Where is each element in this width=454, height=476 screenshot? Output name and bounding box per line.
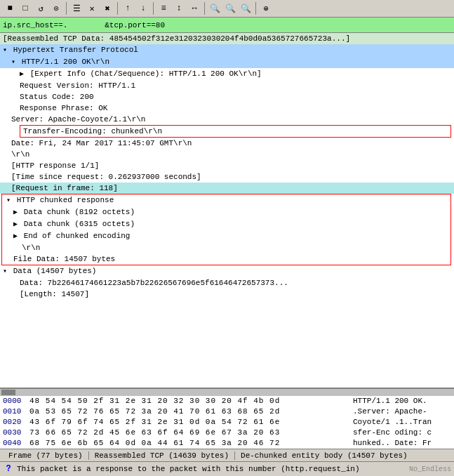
http-header-line[interactable]: ▾ HTTP/1.1 200 OK\r\n bbox=[0, 56, 454, 68]
server-text: Server: Apache-Coyote/1.1\r\n bbox=[11, 115, 145, 124]
data-length-line: [Length: 14507] bbox=[0, 289, 454, 300]
toolbar-btn-15[interactable]: 🔍 bbox=[239, 1, 253, 15]
transfer-encoding-text: Transfer-Encoding: chunked\r\n bbox=[23, 127, 162, 135]
chunked-toggle[interactable]: ▾ bbox=[6, 195, 11, 206]
hex-bytes-2: 43 6f 79 6f 74 65 2f 31 2e 31 0d 0a 54 7… bbox=[29, 417, 353, 428]
end-encoding-text: End of chunked encoding bbox=[24, 232, 131, 240]
request-version-text: Request Version: HTTP/1.1 bbox=[20, 81, 135, 90]
toolbar: ■ □ ↺ ⊙ ☰ ✕ ✖ ↑ ↓ ≡ ↕ ↔ 🔍 🔍 🔍 ⊕ bbox=[0, 0, 454, 18]
toolbar-btn-9[interactable]: ↓ bbox=[136, 1, 150, 15]
toolbar-sep-4 bbox=[204, 2, 205, 15]
time-since-line: [Time since request: 0.262937000 seconds… bbox=[0, 171, 454, 183]
data-length-text: [Length: 14507] bbox=[20, 290, 89, 298]
bottom-bar-text: This packet is a response to the packet … bbox=[17, 465, 359, 473]
toolbar-btn-8[interactable]: ↑ bbox=[121, 1, 135, 15]
hex-row-0000: 0000 48 54 54 50 2f 31 2e 31 20 32 30 30… bbox=[0, 396, 454, 406]
watermark: No_Endless bbox=[409, 465, 451, 473]
toolbar-sep-2 bbox=[117, 2, 118, 15]
protocol-label: Hypertext Transfer Protocol bbox=[13, 46, 138, 54]
chunked-section: ▾ HTTP chunked response ▶ Data chunk (81… bbox=[1, 194, 451, 265]
hex-row-0020: 0020 43 6f 79 6f 74 65 2f 31 2e 31 0d 0a… bbox=[0, 417, 454, 428]
crlf-line: \r\n bbox=[0, 149, 454, 160]
hex-row-0030: 0030 73 66 65 72 2d 45 6e 63 6f 64 69 6e… bbox=[0, 428, 454, 438]
status-frame: Frame (77 bytes) bbox=[3, 451, 89, 460]
filter-input[interactable] bbox=[3, 21, 451, 29]
toolbar-btn-2[interactable]: □ bbox=[18, 1, 32, 15]
status-code-line: Status Code: 200 bbox=[0, 91, 454, 103]
toolbar-btn-14[interactable]: 🔍 bbox=[223, 1, 237, 15]
hex-ascii-1: .Server: Apache- bbox=[353, 406, 451, 417]
status-dechunked: De-chunked entity body (14507 bytes) bbox=[235, 451, 413, 460]
hex-row-0010: 0010 0a 53 65 72 76 65 72 3a 20 41 70 61… bbox=[0, 406, 454, 417]
protocol-toggle[interactable]: ▾ bbox=[3, 45, 7, 56]
expert-info-line[interactable]: ▶ [Expert Info (Chat/Sequence): HTTP/1.1… bbox=[0, 68, 454, 80]
status-bar: Frame (77 bytes) Reassembled TCP (14639 … bbox=[0, 449, 454, 461]
crlf2-text: \r\n bbox=[22, 244, 40, 252]
request-in-frame-line[interactable]: [Request in frame: 118] bbox=[0, 183, 454, 194]
status-reassembled-text: Reassembled TCP (14639 bytes) bbox=[95, 451, 229, 460]
http-header-text: HTTP/1.1 200 OK\r\n bbox=[22, 58, 109, 66]
toolbar-sep-1 bbox=[66, 2, 67, 15]
crlf-text: \r\n bbox=[11, 150, 29, 159]
request-in-frame-text: [Request in frame: 118] bbox=[11, 184, 118, 192]
file-data-line: File Data: 14507 bytes bbox=[2, 253, 450, 265]
hex-ascii-3: sfer-Enc oding: c bbox=[353, 428, 451, 438]
status-frame-text: Frame (77 bytes) bbox=[8, 451, 83, 460]
toolbar-btn-7[interactable]: ✖ bbox=[100, 1, 114, 15]
hex-ascii-2: Coyote/1 .1..Tran bbox=[353, 417, 451, 428]
hex-offset-2: 0020 bbox=[3, 417, 29, 428]
toolbar-btn-13[interactable]: 🔍 bbox=[208, 1, 222, 15]
status-code-text: Status Code: 200 bbox=[20, 93, 94, 101]
data-toggle[interactable]: ▾ bbox=[3, 266, 7, 277]
data-value-line: Data: 7b22646174661223a5b7b22626567696e5… bbox=[0, 277, 454, 289]
date-text: Date: Fri, 24 Mar 2017 11:45:07 GMT\r\n bbox=[11, 139, 192, 147]
chunk2-text: Data chunk (6315 octets) bbox=[24, 220, 135, 228]
http-response-text: [HTTP response 1/1] bbox=[11, 161, 99, 170]
transfer-encoding-line: Transfer-Encoding: chunked\r\n bbox=[20, 125, 451, 138]
toolbar-btn-11[interactable]: ↕ bbox=[172, 1, 186, 15]
http-toggle[interactable]: ▾ bbox=[11, 57, 15, 68]
crlf2-line: \r\n bbox=[2, 242, 450, 253]
chunked-header-line[interactable]: ▾ HTTP chunked response bbox=[2, 194, 450, 206]
hex-offset-3: 0030 bbox=[3, 428, 29, 438]
status-reassembled: Reassembled TCP (14639 bytes) bbox=[89, 451, 235, 460]
toolbar-btn-16[interactable]: ⊕ bbox=[259, 1, 273, 15]
end-encoding-toggle[interactable]: ▶ bbox=[13, 231, 18, 242]
date-line: Date: Fri, 24 Mar 2017 11:45:07 GMT\r\n bbox=[0, 138, 454, 149]
toolbar-btn-1[interactable]: ■ bbox=[3, 1, 17, 15]
server-line: Server: Apache-Coyote/1.1\r\n bbox=[0, 114, 454, 125]
status-dechunked-text: De-chunked entity body (14507 bytes) bbox=[241, 451, 408, 460]
reassembled-tcp-line: [Reassembled TCP Data: 485454502f312e312… bbox=[0, 33, 454, 44]
expert-toggle[interactable]: ▶ bbox=[20, 69, 24, 80]
chunk1-line[interactable]: ▶ Data chunk (8192 octets) bbox=[2, 206, 450, 218]
toolbar-btn-6[interactable]: ✕ bbox=[85, 1, 99, 15]
hex-row-0040: 0040 68 75 6e 6b 65 64 0d 0a 44 61 74 65… bbox=[0, 438, 454, 449]
http-response-line: [HTTP response 1/1] bbox=[0, 160, 454, 171]
hex-bytes-1: 0a 53 65 72 76 65 72 3a 20 41 70 61 63 6… bbox=[29, 406, 353, 417]
time-since-text: [Time since request: 0.262937000 seconds… bbox=[11, 173, 201, 181]
chunk2-line[interactable]: ▶ Data chunk (6315 octets) bbox=[2, 218, 450, 230]
question-mark-icon: ? bbox=[6, 464, 11, 474]
hex-offset-4: 0040 bbox=[3, 438, 29, 449]
hex-ascii-4: hunked.. Date: Fr bbox=[353, 438, 451, 449]
hex-bytes-4: 68 75 6e 6b 65 64 0d 0a 44 61 74 65 3a 2… bbox=[29, 438, 353, 449]
protocol-header-line[interactable]: ▾ Hypertext Transfer Protocol bbox=[0, 44, 454, 56]
scrollbar-thumb[interactable] bbox=[1, 390, 15, 395]
toolbar-btn-5[interactable]: ☰ bbox=[69, 1, 84, 15]
chunk2-toggle[interactable]: ▶ bbox=[13, 219, 18, 230]
request-version-line: Request Version: HTTP/1.1 bbox=[0, 80, 454, 91]
horizontal-scrollbar[interactable] bbox=[0, 388, 454, 395]
toolbar-btn-12[interactable]: ↔ bbox=[187, 1, 201, 15]
data-header-line[interactable]: ▾ Data (14507 bytes) bbox=[0, 265, 454, 277]
reassembled-tcp-text: [Reassembled TCP Data: 485454502f312e312… bbox=[3, 34, 350, 43]
toolbar-btn-4[interactable]: ⊙ bbox=[49, 1, 63, 15]
end-encoding-line[interactable]: ▶ End of chunked encoding bbox=[2, 230, 450, 242]
chunk1-toggle[interactable]: ▶ bbox=[13, 207, 18, 218]
hex-offset-1: 0010 bbox=[3, 406, 29, 417]
chunked-header-text: HTTP chunked response bbox=[17, 196, 114, 204]
response-phrase-line: Response Phrase: OK bbox=[0, 103, 454, 114]
chunk1-text: Data chunk (8192 octets) bbox=[24, 208, 135, 216]
file-data-text: File Data: 14507 bytes bbox=[13, 255, 115, 263]
toolbar-btn-3[interactable]: ↺ bbox=[34, 1, 48, 15]
toolbar-btn-10[interactable]: ≡ bbox=[156, 1, 171, 15]
